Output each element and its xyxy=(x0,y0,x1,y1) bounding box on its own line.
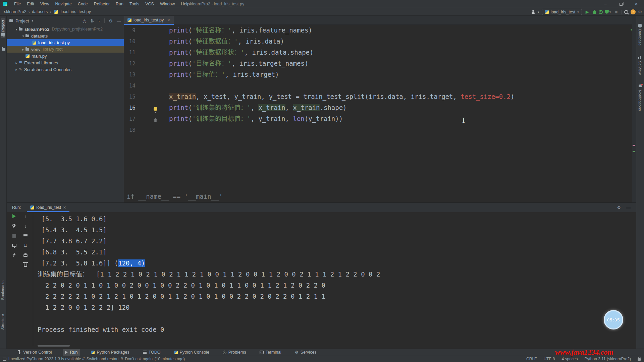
clear-console-trash-icon[interactable] xyxy=(23,262,28,267)
hide-panel-icon[interactable]: — xyxy=(117,18,121,23)
minimize-button[interactable]: – xyxy=(598,0,613,8)
stop-process-button[interactable] xyxy=(11,233,17,238)
tree-chevron-icon[interactable]: ▸ xyxy=(14,68,19,71)
close-tab-icon[interactable]: ✕ xyxy=(167,18,170,22)
tree-item-datasets[interactable]: ▾datasets xyxy=(7,33,124,39)
interpreter-widget[interactable]: Python 3.11 (sklearnPro2) xyxy=(584,357,631,361)
lock-icon[interactable] xyxy=(638,358,641,361)
user-dropdown-arrow[interactable]: ▾ xyxy=(538,10,539,14)
menu-window[interactable]: Window xyxy=(157,0,178,8)
tree-chevron-icon[interactable]: ▸ xyxy=(21,48,25,51)
sidebar-tab-bookmarks[interactable]: Bookmarks xyxy=(1,281,5,300)
tree-chevron-icon[interactable]: ▸ xyxy=(14,61,19,65)
menu-tools[interactable]: Tools xyxy=(126,0,142,8)
breadcrumb-item[interactable]: load_iris_test.py xyxy=(59,9,92,14)
indent-widget[interactable]: 4 spaces xyxy=(561,357,578,361)
tree-item-venv[interactable]: ▸venvlibrary root xyxy=(7,46,124,53)
breadcrumb-item[interactable]: datasets xyxy=(31,9,49,14)
run-tab[interactable]: load_iris_test ✕ xyxy=(27,203,69,212)
coverage-button[interactable]: ▾ xyxy=(605,10,611,14)
code-line-9[interactable]: 9print('特征名称：', iris.feature_names) xyxy=(124,25,636,36)
menu-view[interactable]: View xyxy=(37,0,52,8)
code-line-11[interactable]: 11print('特征数据形状：', iris.data.shape) xyxy=(124,47,636,58)
code-line-12[interactable]: 12print('目标名称：', iris.target_names) xyxy=(124,58,636,69)
up-stack-trace-icon[interactable]: ↑ xyxy=(23,214,28,219)
line-ending-widget[interactable]: CRLF xyxy=(526,357,537,361)
tree-item-external-libraries[interactable]: ▸≣External Libraries xyxy=(7,59,124,66)
locate-file-icon[interactable]: ◎ xyxy=(83,18,86,23)
console-output[interactable]: [5. 3.5 1.6 0.6] [5.4 3. 4.5 1.5] [7.7 3… xyxy=(38,214,608,335)
code-line-13[interactable]: 13print('目标值：', iris.target) xyxy=(124,69,636,80)
user-icon[interactable] xyxy=(531,10,535,14)
code-line-18[interactable]: 18 xyxy=(124,124,636,135)
code-viewport[interactable]: 9print('特征名称：', iris.feature_names)10pri… xyxy=(124,25,636,135)
toolwindow-button-python-console[interactable]: Python Console xyxy=(172,349,212,356)
tree-chevron-icon[interactable]: ▾ xyxy=(14,27,19,31)
scroll-to-end-icon[interactable]: ⇊ xyxy=(23,243,28,248)
dont-ask-link[interactable]: Don't ask again xyxy=(125,357,153,361)
tree-item-load-iris-test-py[interactable]: load_iris_test.py xyxy=(7,39,124,46)
run-panel-gear-icon[interactable]: ⚙ xyxy=(617,205,621,210)
code-line-17[interactable]: 17print('训练集的目标值：', y_train, len(y_train… xyxy=(124,113,636,124)
menu-edit[interactable]: Edit xyxy=(24,0,37,8)
sidebar-tab-structure[interactable]: Structure xyxy=(1,314,5,330)
collapse-all-icon[interactable]: ⇅ xyxy=(90,18,94,23)
switch-restart-link[interactable]: Switch and restart xyxy=(87,357,119,361)
hide-run-panel-icon[interactable]: — xyxy=(626,205,631,210)
toolwindow-button-version-control[interactable]: Version Control xyxy=(15,349,54,356)
sidebar-tab-sciview[interactable]: SciView xyxy=(638,56,642,75)
tree-item-main-py[interactable]: main.py xyxy=(7,53,124,59)
profiler-button[interactable] xyxy=(599,10,603,14)
rerun-button[interactable] xyxy=(11,214,17,219)
intention-bulb-icon[interactable] xyxy=(154,105,157,112)
close-run-tab-icon[interactable]: ✕ xyxy=(63,205,66,210)
code-line-14[interactable]: 14 xyxy=(124,80,636,91)
toolwindow-button-run[interactable]: Run xyxy=(63,349,80,356)
tree-item-sklearnpro2[interactable]: ▾sklearnPro2D:\python_proj\sklearnPro2 xyxy=(7,26,124,33)
commit-icon[interactable] xyxy=(2,48,5,51)
toolwindow-button-python-packages[interactable]: Python Packages xyxy=(89,349,131,356)
gutter-mark-icon[interactable] xyxy=(154,116,157,123)
sidebar-tab-notifications[interactable]: Notifications xyxy=(638,84,642,111)
close-button[interactable]: ✕ xyxy=(629,0,644,8)
chevron-down-icon[interactable]: ▾ xyxy=(32,19,33,22)
sidebar-tab-project[interactable]: Project xyxy=(1,18,5,38)
expand-icon[interactable]: ÷ xyxy=(98,18,100,23)
menu-vcs[interactable]: VCS xyxy=(142,0,157,8)
edit-configuration-wrench-icon[interactable] xyxy=(11,223,17,229)
menu-file[interactable]: File xyxy=(11,0,24,8)
editor-scrollbar[interactable] xyxy=(632,16,636,202)
restore-button[interactable] xyxy=(613,0,629,8)
ide-update-icon[interactable]: ↑ xyxy=(631,9,636,14)
down-stack-trace-icon[interactable]: ↓ xyxy=(23,223,28,229)
layout-icon[interactable] xyxy=(3,358,6,361)
menu-run[interactable]: Run xyxy=(113,0,126,8)
sidebar-tab-database[interactable]: Database xyxy=(638,24,642,46)
toolwindow-button-terminal[interactable]: >Terminal xyxy=(257,349,284,356)
print-icon[interactable] xyxy=(23,252,28,258)
pin-tab-icon[interactable] xyxy=(11,252,17,258)
search-everywhere-icon[interactable] xyxy=(624,10,628,14)
toolwindow-button-problems[interactable]: !Problems xyxy=(220,349,249,356)
tree-chevron-icon[interactable]: ▾ xyxy=(21,34,25,38)
run-button[interactable]: ▶ xyxy=(584,9,590,14)
restore-layout-icon[interactable] xyxy=(11,243,17,248)
toolwindow-button-todo[interactable]: TODO xyxy=(141,349,163,356)
code-line-15[interactable]: 15x_train, x_test, y_train, y_test = tra… xyxy=(124,91,636,102)
editor-tab[interactable]: load_iris_test.py ✕ xyxy=(124,16,174,24)
tree-item-scratches-and-consoles[interactable]: ▸✎Scratches and Consoles xyxy=(7,66,124,73)
toolwindow-button-services[interactable]: ⚙Services xyxy=(292,349,319,356)
menu-refactor[interactable]: Refactor xyxy=(91,0,113,8)
menu-code[interactable]: Code xyxy=(75,0,91,8)
horizontal-scrollbar-thumb[interactable] xyxy=(38,345,70,347)
soft-wrap-icon[interactable] xyxy=(23,233,28,238)
debug-button[interactable] xyxy=(593,10,596,14)
stop-button[interactable]: ■ xyxy=(613,9,619,14)
panel-options-gear-icon[interactable]: ⚙ xyxy=(109,18,113,23)
menu-navigate[interactable]: Navigate xyxy=(52,0,75,8)
code-line-16[interactable]: 16print('训练集的特征值：', x_train, x_train.sha… xyxy=(124,102,636,113)
run-config-selector[interactable]: load_iris_test ▾ xyxy=(542,9,582,15)
encoding-widget[interactable]: UTF-8 xyxy=(543,357,555,361)
settings-gear-icon[interactable]: ⚙ xyxy=(638,9,642,14)
code-line-10[interactable]: 10print('特征数据值：', iris.data) xyxy=(124,36,636,47)
